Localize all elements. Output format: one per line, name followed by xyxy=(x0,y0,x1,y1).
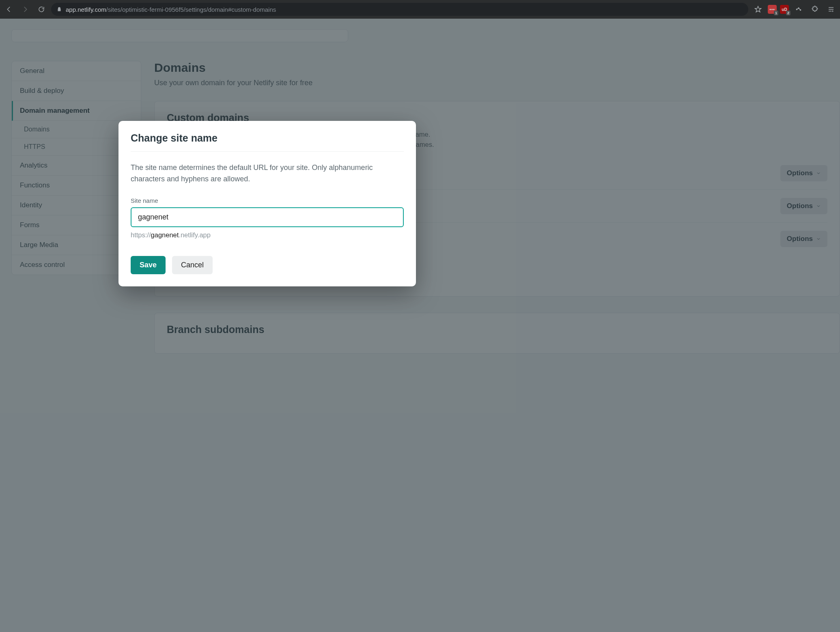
site-name-label: Site name xyxy=(131,197,404,204)
url-preview: https://gagnenet.netlify.app xyxy=(131,231,404,239)
extension-badge-2[interactable]: uD 2 xyxy=(780,5,789,14)
modal-description: The site name determines the default URL… xyxy=(131,162,404,185)
reading-list-icon[interactable] xyxy=(825,3,838,16)
cancel-button[interactable]: Cancel xyxy=(172,256,213,274)
nav-reload-button[interactable] xyxy=(35,3,48,16)
url-path: /sites/optimistic-fermi-0956f5/settings/… xyxy=(106,6,276,13)
extensions-puzzle-icon[interactable] xyxy=(808,3,821,16)
modal-overlay[interactable] xyxy=(0,19,840,632)
address-bar[interactable]: app.netlify.com/sites/optimistic-fermi-0… xyxy=(51,3,748,16)
url-host: app.netlify.com xyxy=(66,6,106,13)
site-name-input[interactable] xyxy=(131,207,404,227)
bookmark-star-icon[interactable] xyxy=(752,3,765,16)
change-site-name-modal: Change site name The site name determine… xyxy=(118,121,416,286)
browser-toolbar: app.netlify.com/sites/optimistic-fermi-0… xyxy=(0,0,840,19)
nav-back-button[interactable] xyxy=(2,3,15,16)
save-button[interactable]: Save xyxy=(131,256,166,274)
modal-title: Change site name xyxy=(131,132,404,152)
extension-icon[interactable] xyxy=(792,3,805,16)
svg-marker-0 xyxy=(755,6,761,12)
extension-badge-1[interactable]: ••• 1 xyxy=(768,5,777,14)
lock-icon xyxy=(57,6,62,13)
nav-forward-button[interactable] xyxy=(19,3,32,16)
